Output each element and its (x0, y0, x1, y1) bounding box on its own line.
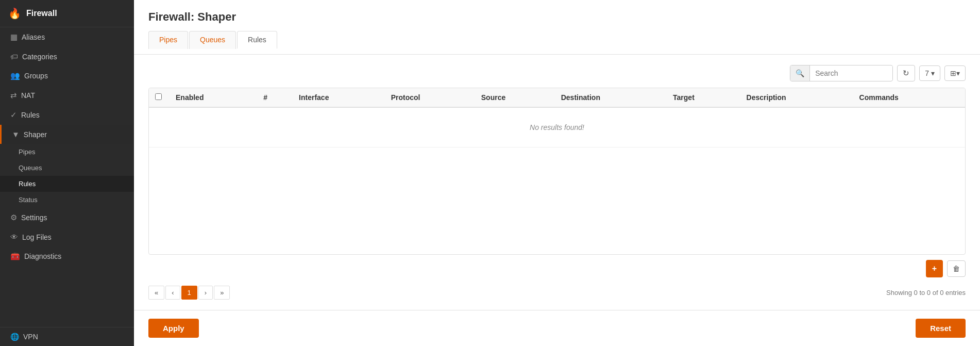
sidebar-title: Firewall (26, 9, 57, 18)
bottom-bar: Apply Reset (134, 310, 980, 346)
sidebar-item-label: Diagnostics (24, 252, 61, 260)
tabs: Pipes Queues Rules (148, 31, 966, 49)
select-all-header (149, 88, 170, 107)
sidebar-item-label: Groups (24, 72, 48, 80)
sidebar-item-vpn[interactable]: 🌐 VPN (0, 327, 134, 346)
sidebar-sub-item-rules[interactable]: Rules (0, 176, 134, 192)
no-results-row: No results found! (149, 107, 965, 147)
prev-page-button[interactable]: ‹ (165, 286, 180, 300)
tab-queues[interactable]: Queues (189, 31, 236, 49)
sidebar-bottom-label: VPN (23, 333, 38, 341)
table-wrapper: Enabled # Interface Protocol Source Dest… (148, 88, 966, 255)
main-header: Firewall: Shaper Pipes Queues Rules (134, 0, 980, 55)
refresh-button[interactable]: ↻ (897, 65, 915, 81)
sidebar-sub-item-queues[interactable]: Queues (0, 160, 134, 176)
sidebar-item-aliases[interactable]: ▦ Aliases (0, 27, 134, 47)
col-number: # (257, 88, 293, 107)
sidebar: 🔥 Firewall ▦ Aliases 🏷 Categories 👥 Grou… (0, 0, 134, 346)
col-commands: Commands (853, 88, 965, 107)
table-header-row: Enabled # Interface Protocol Source Dest… (149, 88, 965, 107)
sidebar-item-label: NAT (21, 91, 35, 100)
categories-icon: 🏷 (10, 52, 18, 61)
per-page-button[interactable]: 7 ▾ (919, 65, 940, 81)
col-destination: Destination (555, 88, 667, 107)
sidebar-item-log-files[interactable]: 👁 Log Files (0, 227, 134, 246)
add-rule-button[interactable]: + (926, 260, 943, 277)
groups-icon: 👥 (10, 71, 20, 80)
search-input[interactable] (810, 66, 892, 80)
sidebar-item-label: Log Files (22, 233, 52, 241)
aliases-icon: ▦ (10, 32, 18, 42)
column-toggle-button[interactable]: ⊞▾ (944, 65, 966, 81)
sidebar-item-label: Categories (22, 53, 57, 61)
sidebar-sub-item-status[interactable]: Status (0, 192, 134, 208)
sidebar-sub-label: Status (19, 196, 38, 204)
col-target: Target (667, 88, 740, 107)
chevron-down-icon: ▾ (931, 69, 935, 77)
sidebar-item-groups[interactable]: 👥 Groups (0, 66, 134, 86)
sidebar-item-settings[interactable]: ⚙ Settings (0, 208, 134, 227)
tab-rules[interactable]: Rules (237, 31, 277, 49)
sidebar-item-diagnostics[interactable]: 🧰 Diagnostics (0, 246, 134, 266)
col-enabled: Enabled (170, 88, 257, 107)
select-all-checkbox[interactable] (155, 93, 162, 100)
vpn-icon: 🌐 (10, 333, 19, 341)
last-page-button[interactable]: » (214, 286, 230, 300)
action-row: + 🗑 (148, 255, 966, 279)
search-box: 🔍 (790, 65, 893, 81)
sidebar-item-label: Rules (21, 111, 40, 119)
shaper-icon: ▼ (12, 130, 20, 139)
tab-pipes[interactable]: Pipes (148, 31, 188, 49)
page-title: Firewall: Shaper (148, 10, 966, 24)
main-content: 🔍 ↻ 7 ▾ ⊞▾ Enabled # (134, 55, 980, 310)
delete-rule-button[interactable]: 🗑 (947, 260, 966, 277)
diagnostics-icon: 🧰 (10, 252, 20, 261)
columns-icon: ⊞▾ (950, 69, 960, 77)
sidebar-item-rules[interactable]: ✓ Rules (0, 105, 134, 125)
col-description: Description (740, 88, 853, 107)
sidebar-item-categories[interactable]: 🏷 Categories (0, 47, 134, 66)
pagination: « ‹ 1 › » (148, 286, 230, 300)
log-files-icon: 👁 (10, 233, 18, 241)
pagination-row: « ‹ 1 › » Showing 0 to 0 of 0 entries (148, 286, 966, 300)
next-page-button[interactable]: › (198, 286, 213, 300)
sidebar-sub-label: Queues (19, 164, 42, 172)
rules-table: Enabled # Interface Protocol Source Dest… (149, 88, 965, 147)
showing-text: Showing 0 to 0 of 0 entries (886, 289, 966, 296)
settings-icon: ⚙ (10, 213, 17, 222)
firewall-icon: 🔥 (8, 7, 21, 20)
sidebar-item-nat[interactable]: ⇄ NAT (0, 86, 134, 105)
per-page-label: 7 (925, 69, 929, 77)
sidebar-sub-item-pipes[interactable]: Pipes (0, 144, 134, 160)
sidebar-sub-label: Pipes (19, 148, 36, 156)
sidebar-item-label: Settings (21, 213, 47, 222)
sidebar-item-shaper[interactable]: ▼ Shaper (0, 125, 134, 144)
current-page-button[interactable]: 1 (181, 286, 197, 300)
col-source: Source (475, 88, 555, 107)
sidebar-item-label: Aliases (22, 33, 45, 41)
sidebar-sub-label: Rules (19, 180, 36, 188)
apply-button[interactable]: Apply (148, 319, 199, 338)
search-icon-button[interactable]: 🔍 (790, 65, 810, 81)
no-results-text: No results found! (149, 107, 965, 147)
nat-icon: ⇄ (10, 91, 17, 100)
col-interface: Interface (293, 88, 385, 107)
sidebar-header[interactable]: 🔥 Firewall (0, 0, 134, 27)
toolbar: 🔍 ↻ 7 ▾ ⊞▾ (148, 65, 966, 81)
sidebar-item-label: Shaper (24, 130, 47, 139)
first-page-button[interactable]: « (148, 286, 164, 300)
col-protocol: Protocol (385, 88, 475, 107)
main-panel: Firewall: Shaper Pipes Queues Rules 🔍 ↻ … (134, 0, 980, 346)
rules-icon: ✓ (10, 110, 17, 120)
reset-button[interactable]: Reset (916, 319, 966, 338)
